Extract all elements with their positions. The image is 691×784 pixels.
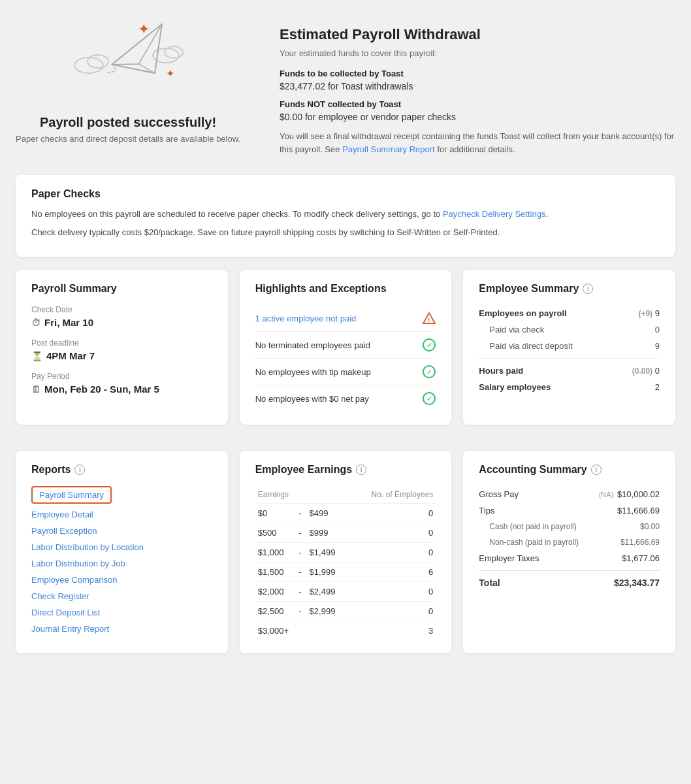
hero-illustration: ✦ ✦ Payroll posted successfully! Paper c… (16, 20, 240, 144)
earnings-count-0: 0 (347, 504, 436, 523)
employee-summary-info-icon[interactable]: i (583, 284, 593, 294)
emp-value-4: 2 (655, 382, 660, 392)
acct-row-0: Gross Pay (NA) $10,000.02 (479, 486, 660, 502)
earnings-count-6: 3 (347, 621, 436, 641)
accounting-summary-info-icon[interactable]: i (591, 465, 602, 475)
highlights-card: Highlights and Exceptions 1 active emplo… (240, 270, 452, 425)
check-date-row: Check Date ⏱ Fri, Mar 10 (31, 305, 212, 328)
hero-subtitle: Paper checks and direct deposit details … (16, 134, 240, 144)
report-link-8[interactable]: Journal Entry Report (31, 621, 212, 637)
emp-label-1: Paid via check (489, 325, 544, 335)
emp-row-1: Paid via check 0 (479, 321, 660, 338)
toast-funds-value: $23,477.02 for Toast withdrawals (280, 81, 675, 91)
hero-title: Payroll posted successfully! (40, 115, 216, 130)
acct-row-5: Total $23,343.77 (479, 570, 660, 591)
calendar-icon: 🗓 (31, 384, 40, 395)
toast-funds-label: Funds to be collected by Toast (280, 69, 675, 78)
paycheck-delivery-settings-link[interactable]: Paycheck Delivery Settings (443, 209, 546, 219)
earnings-row-6: $3,000+ 3 (255, 621, 436, 641)
payroll-summary-card-title: Payroll Summary (31, 283, 212, 295)
emp-label-2: Paid via direct deposit (489, 341, 572, 351)
accounting-summary-card: Accounting Summary i Gross Pay (NA) $10,… (463, 451, 675, 653)
reports-card: Reports i Payroll Summary Employee Detai… (16, 451, 228, 653)
non-toast-label: Funds NOT collected by Toast (280, 99, 675, 109)
report-link-6[interactable]: Check Register (31, 588, 212, 604)
report-link-4[interactable]: Labor Distribution by Job (31, 555, 212, 572)
earnings-count-1: 0 (347, 523, 436, 543)
report-link-5[interactable]: Employee Comparison (31, 572, 212, 588)
reports-card-title: Reports i (31, 464, 212, 476)
earnings-from-0: $0 (255, 504, 297, 523)
earnings-col-header: Earnings (255, 486, 348, 504)
earnings-from-6: $3,000+ (255, 621, 348, 641)
earnings-row-3: $1,500 - $1,999 6 (255, 563, 436, 582)
employee-earnings-card: Employee Earnings i Earnings No. of Empl… (240, 451, 452, 653)
earnings-row-2: $1,000 - $1,499 0 (255, 543, 436, 563)
pay-period-value: 🗓 Mon, Feb 20 - Sun, Mar 5 (31, 384, 212, 395)
acct-value-3: $11,666.69 (620, 538, 660, 547)
report-link-2[interactable]: Payroll Exception (31, 523, 212, 539)
check-icon-1: ✓ (423, 338, 436, 351)
emp-row-0: Employees on payroll (+9) 9 (479, 305, 660, 321)
reports-links-list: Payroll Summary Employee Detail Payroll … (31, 486, 212, 637)
earnings-row-4: $2,000 - $2,499 0 (255, 582, 436, 602)
acct-row-1: Tips $11,666.69 (479, 502, 660, 519)
acct-label-1: Tips (479, 506, 494, 515)
payroll-summary-report-link[interactable]: Payroll Summary Report (342, 144, 435, 154)
toast-funds-row: Funds to be collected by Toast $23,477.0… (280, 69, 675, 91)
earnings-row-5: $2,500 - $2,999 0 (255, 602, 436, 621)
highlight-item-0: 1 active employee not paid ! (255, 305, 436, 332)
non-toast-funds-row: Funds NOT collected by Toast $0.00 for e… (280, 99, 675, 122)
non-toast-value: $0.00 for employee or vendor paper check… (280, 112, 675, 122)
report-link-3[interactable]: Labor Distribution by Location (31, 539, 212, 555)
emp-value-0: (+9) 9 (638, 308, 660, 318)
highlights-title: Highlights and Exceptions (255, 283, 436, 295)
accounting-summary-title: Accounting Summary i (479, 464, 660, 476)
emp-row-3: Hours paid (0.00) 0 (479, 363, 660, 379)
earnings-table: Earnings No. of Employees $0 - $499 0 $5… (255, 486, 436, 640)
acct-label-5: Total (479, 578, 500, 588)
emp-label-4: Salary employees (479, 382, 551, 392)
hero-section: ✦ ✦ Payroll posted successfully! Paper c… (16, 20, 675, 155)
check-date-value: ⏱ Fri, Mar 10 (31, 317, 212, 328)
paper-checks-card: Paper Checks No employees on this payrol… (16, 175, 675, 257)
paper-checks-note: Check delivery typically costs $20/packa… (31, 226, 660, 239)
emp-value-1: 0 (655, 325, 660, 335)
acct-row-3: Non-cash (paid in payroll) $11,666.69 (479, 534, 660, 550)
earnings-count-3: 6 (347, 563, 436, 582)
withdrawal-title: Estimated Payroll Withdrawal (280, 26, 675, 43)
employee-summary-card: Employee Summary i Employees on payroll … (463, 270, 675, 425)
employee-summary-title: Employee Summary i (479, 283, 660, 295)
earnings-from-2: $1,000 (255, 543, 297, 563)
report-link-7[interactable]: Direct Deposit List (31, 604, 212, 621)
acct-label-3: Non-cash (paid in payroll) (489, 538, 579, 547)
highlight-item-1: No terminated employees paid ✓ (255, 332, 436, 359)
highlight-item-2: No employees with tip makeup ✓ (255, 359, 436, 385)
employee-earnings-info-icon[interactable]: i (356, 465, 366, 475)
highlights-list: 1 active employee not paid ! No terminat… (255, 305, 436, 412)
acct-value-5: $23,343.77 (614, 578, 660, 588)
highlight-text-2: No employees with tip makeup (255, 367, 371, 377)
acct-label-4: Employer Taxes (479, 553, 539, 563)
active-employee-not-paid-link[interactable]: 1 active employee not paid (255, 314, 357, 323)
clock-icon: ⏱ (31, 318, 40, 328)
withdrawal-note: You will see a final withdrawal receipt … (280, 130, 675, 155)
earnings-count-5: 0 (347, 602, 436, 621)
report-link-1[interactable]: Employee Detail (31, 506, 212, 523)
earnings-to-2: $1,499 (307, 543, 348, 563)
acct-value-0: (NA) $10,000.02 (599, 489, 660, 499)
earnings-count-2: 0 (347, 543, 436, 563)
employees-col-header: No. of Employees (347, 486, 436, 504)
highlight-item-3: No employees with $0 net pay ✓ (255, 385, 436, 412)
highlight-text-1: No terminated employees paid (255, 340, 370, 350)
warning-icon: ! (423, 312, 436, 325)
reports-info-icon[interactable]: i (74, 465, 85, 475)
report-link-0[interactable]: Payroll Summary (31, 486, 112, 504)
emp-value-3: (0.00) 0 (632, 366, 660, 376)
plane-graphic: ✦ ✦ (69, 20, 187, 105)
earnings-row-1: $500 - $999 0 (255, 523, 436, 543)
withdrawal-info: Estimated Payroll Withdrawal Your estima… (280, 20, 675, 155)
acct-label-0: Gross Pay (479, 489, 519, 499)
emp-row-4: Salary employees 2 (479, 379, 660, 395)
emp-value-2: 9 (655, 341, 660, 351)
